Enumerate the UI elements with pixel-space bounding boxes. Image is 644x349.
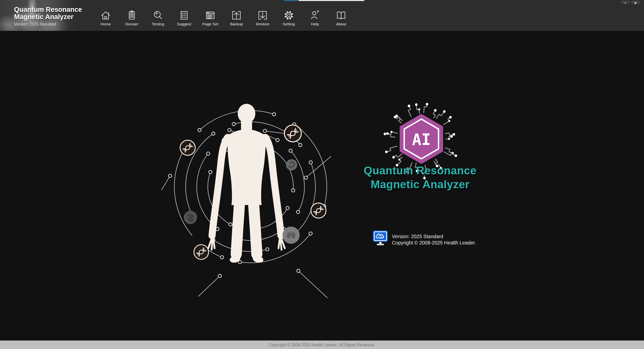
- toolbar-label: Page Set: [202, 22, 218, 26]
- toolbar-button-backup[interactable]: Backup: [226, 10, 247, 26]
- main-toolbar: Home Dossier Testing: [95, 10, 352, 26]
- ai-monogram: AI: [412, 130, 431, 149]
- hero-title-line1: Quantum Resonance: [347, 164, 493, 177]
- toolbar-label: Dossier: [125, 22, 139, 26]
- toolbar-label: Suggest: [177, 22, 191, 26]
- close-button[interactable]: ✕: [631, 1, 640, 6]
- toolbar-label: Home: [100, 22, 111, 26]
- gear-icon: [283, 10, 295, 21]
- magnifier-icon: [152, 10, 164, 21]
- app-title-line2: Magnetic Analyzer: [14, 13, 82, 21]
- progress-filled: [284, 0, 299, 1]
- loading-progress-bar: [284, 0, 364, 1]
- toolbar-label: Restore: [256, 22, 269, 26]
- version-panel: Version: 2025 Standard Copyright © 2008-…: [373, 230, 476, 246]
- app-version-caption: Version: 2025 Standard: [14, 22, 82, 27]
- list-icon: [178, 10, 190, 21]
- dna-badge: [194, 245, 209, 259]
- toolbar-button-setting[interactable]: Setting: [278, 10, 299, 26]
- page-window-icon: [205, 10, 216, 21]
- dna-badge: [284, 125, 301, 142]
- svg-text:?: ?: [317, 10, 319, 14]
- version-line: Version: 2025 Standard: [392, 233, 476, 240]
- intestine-badge: [184, 211, 197, 224]
- stomach-badge: [286, 160, 297, 170]
- toolbar-button-dossier[interactable]: Dossier: [121, 10, 142, 26]
- toolbar-button-suggest[interactable]: Suggest: [174, 10, 195, 26]
- app-brand: Quantum Resonance Magnetic Analyzer Vers…: [14, 6, 82, 27]
- open-book-icon: [335, 10, 347, 21]
- copyright-line: Copyright © 2008-2025 Health Leader.: [392, 240, 476, 246]
- home-icon: [100, 10, 111, 21]
- cloud-monitor-icon: [373, 230, 388, 246]
- toolbar-button-testing[interactable]: Testing: [147, 10, 169, 26]
- toolbar-label: Setting: [283, 22, 295, 26]
- header-bar: Quantum Resonance Magnetic Analyzer Vers…: [0, 0, 644, 31]
- app-title-line1: Quantum Resonance: [14, 6, 82, 13]
- person-question-icon: ?: [309, 10, 321, 21]
- toolbar-button-pageset[interactable]: Page Set: [200, 10, 221, 26]
- toolbar-button-home[interactable]: Home: [95, 10, 116, 26]
- minimize-button[interactable]: −: [620, 1, 630, 6]
- dna-badge: [180, 140, 195, 155]
- version-text-block: Version: 2025 Standard Copyright © 2008-…: [392, 230, 476, 246]
- status-bar: Copyright © 2008-2025 Health Leader. All…: [0, 340, 644, 349]
- toolbar-button-restore[interactable]: Restore: [252, 10, 273, 26]
- status-bar-text: Copyright © 2008-2025 Health Leader. All…: [269, 343, 375, 347]
- lungs-badge: [283, 227, 299, 243]
- body-scan-graphic: [136, 70, 367, 304]
- progress-track: [299, 0, 364, 1]
- human-body-silhouette: [208, 104, 285, 263]
- toolbar-label: Testing: [152, 22, 164, 26]
- import-box-icon: [257, 10, 268, 21]
- hero-title-line2: Magnetic Analyzer: [347, 177, 493, 191]
- hero-title: Quantum Resonance Magnetic Analyzer: [347, 164, 493, 191]
- clipboard-icon: [126, 10, 138, 21]
- toolbar-label: Backup: [230, 22, 243, 26]
- toolbar-button-about[interactable]: About: [331, 10, 352, 26]
- app-window: Quantum Resonance Magnetic Analyzer Vers…: [0, 0, 644, 349]
- toolbar-label: About: [336, 22, 346, 26]
- dna-badge: [311, 203, 326, 218]
- toolbar-button-help[interactable]: ? Help: [304, 10, 326, 26]
- export-box-icon: [231, 10, 242, 21]
- toolbar-label: Help: [311, 22, 319, 26]
